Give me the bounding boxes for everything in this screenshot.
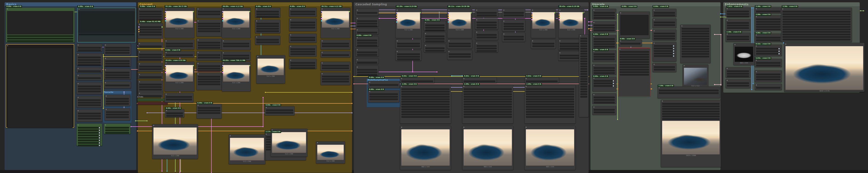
loader-node[interactable] bbox=[502, 20, 525, 31]
sampler-node[interactable]: 512 x 288 bbox=[222, 7, 251, 38]
widget-row[interactable] bbox=[198, 42, 220, 44]
widget-row[interactable] bbox=[594, 58, 615, 60]
widget-row[interactable] bbox=[756, 64, 780, 66]
group-title-bar[interactable] bbox=[354, 2, 589, 6]
node-header[interactable] bbox=[138, 8, 163, 10]
node-header[interactable] bbox=[463, 126, 513, 128]
widget-row[interactable] bbox=[78, 77, 101, 79]
node-header[interactable] bbox=[77, 96, 102, 98]
node-header[interactable] bbox=[229, 135, 265, 137]
node-header[interactable] bbox=[755, 70, 782, 73]
widget-row[interactable] bbox=[78, 135, 101, 136]
collapse-icon[interactable] bbox=[166, 62, 166, 63]
widget-row[interactable] bbox=[322, 43, 349, 45]
loader-node[interactable] bbox=[447, 50, 472, 60]
text-node[interactable] bbox=[138, 7, 163, 20]
loader-node[interactable] bbox=[502, 9, 525, 19]
widget-row[interactable] bbox=[198, 68, 220, 69]
collapse-icon[interactable] bbox=[756, 8, 757, 9]
collapse-icon[interactable] bbox=[290, 8, 291, 9]
widget-row[interactable] bbox=[504, 38, 524, 40]
collapse-icon[interactable] bbox=[322, 8, 322, 9]
widget-row[interactable] bbox=[727, 16, 749, 18]
collapse-icon[interactable] bbox=[78, 97, 79, 98]
widget-row[interactable] bbox=[78, 142, 101, 144]
teacache-node[interactable] bbox=[104, 108, 130, 121]
collapse-icon[interactable] bbox=[223, 8, 224, 9]
widget-row[interactable] bbox=[7, 40, 73, 42]
widget-row[interactable] bbox=[425, 24, 444, 26]
widget-row[interactable] bbox=[290, 64, 315, 66]
widget-row[interactable] bbox=[580, 68, 587, 70]
node-header[interactable] bbox=[592, 9, 616, 11]
node-header[interactable] bbox=[77, 54, 102, 56]
node-header[interactable] bbox=[502, 33, 525, 35]
collapse-icon[interactable] bbox=[654, 19, 655, 20]
toggle-dot[interactable] bbox=[613, 80, 614, 82]
loader-node[interactable] bbox=[475, 19, 498, 29]
loader-node[interactable] bbox=[76, 109, 102, 122]
collapse-icon[interactable] bbox=[425, 45, 426, 46]
widget-row[interactable] bbox=[78, 113, 101, 114]
widget-row[interactable] bbox=[682, 48, 709, 50]
collapse-icon[interactable] bbox=[106, 109, 106, 110]
widget-row[interactable] bbox=[580, 60, 587, 62]
node-header[interactable] bbox=[255, 8, 280, 10]
collapse-icon[interactable] bbox=[425, 33, 426, 34]
node-header[interactable] bbox=[289, 45, 316, 48]
widget-row[interactable] bbox=[504, 36, 524, 38]
widget-row[interactable] bbox=[357, 23, 377, 25]
node-header[interactable] bbox=[356, 59, 378, 61]
collapse-icon[interactable] bbox=[290, 19, 291, 20]
node-header[interactable] bbox=[400, 126, 451, 128]
widget-row[interactable] bbox=[139, 76, 162, 78]
collapse-icon[interactable] bbox=[654, 64, 655, 65]
node-header[interactable] bbox=[531, 9, 556, 11]
collapse-icon[interactable] bbox=[401, 78, 402, 79]
node-header[interactable] bbox=[265, 106, 294, 109]
widget-row[interactable] bbox=[727, 13, 749, 15]
widget-row[interactable] bbox=[464, 111, 512, 113]
widget-row[interactable] bbox=[166, 45, 193, 47]
widget-row[interactable] bbox=[78, 70, 101, 72]
widget-row[interactable] bbox=[782, 28, 850, 30]
widget-row[interactable] bbox=[78, 137, 101, 139]
widget-row[interactable] bbox=[782, 38, 850, 40]
widget-row[interactable] bbox=[594, 53, 615, 55]
node-header[interactable] bbox=[138, 73, 163, 76]
widget-row[interactable] bbox=[401, 96, 450, 98]
widget-row[interactable] bbox=[223, 45, 249, 47]
widget-row[interactable] bbox=[290, 24, 315, 26]
text-area[interactable] bbox=[79, 11, 134, 33]
node-header[interactable] bbox=[592, 106, 616, 108]
loader-node[interactable] bbox=[475, 42, 498, 52]
node-header[interactable] bbox=[197, 8, 221, 10]
widget-row[interactable] bbox=[78, 140, 101, 141]
widget-row[interactable] bbox=[357, 25, 377, 27]
node-header[interactable] bbox=[784, 43, 864, 45]
widget-row[interactable] bbox=[369, 84, 398, 86]
widget-row[interactable] bbox=[357, 62, 377, 63]
collapse-icon[interactable] bbox=[197, 74, 198, 75]
widget-row[interactable] bbox=[620, 54, 649, 55]
widget-row[interactable] bbox=[105, 77, 130, 79]
collapse-icon[interactable] bbox=[620, 40, 621, 41]
widget-row[interactable] bbox=[78, 115, 101, 117]
widget-row[interactable] bbox=[357, 52, 377, 53]
widget-row[interactable] bbox=[78, 127, 101, 129]
widget-row[interactable] bbox=[198, 83, 220, 85]
switch-node[interactable] bbox=[138, 42, 163, 48]
widget-row[interactable] bbox=[139, 19, 162, 20]
loader-node[interactable] bbox=[355, 9, 379, 16]
widget-row[interactable] bbox=[139, 54, 162, 56]
loader-node[interactable] bbox=[755, 15, 782, 30]
input-port[interactable] bbox=[222, 11, 223, 12]
input-port[interactable] bbox=[138, 31, 140, 32]
switch-node[interactable] bbox=[164, 51, 194, 57]
node-header[interactable] bbox=[104, 57, 131, 59]
widget-row[interactable] bbox=[106, 100, 129, 102]
collapse-icon[interactable] bbox=[153, 125, 154, 126]
widget-row[interactable] bbox=[756, 74, 780, 75]
widget-row[interactable] bbox=[139, 66, 162, 67]
input-port[interactable] bbox=[448, 15, 449, 16]
